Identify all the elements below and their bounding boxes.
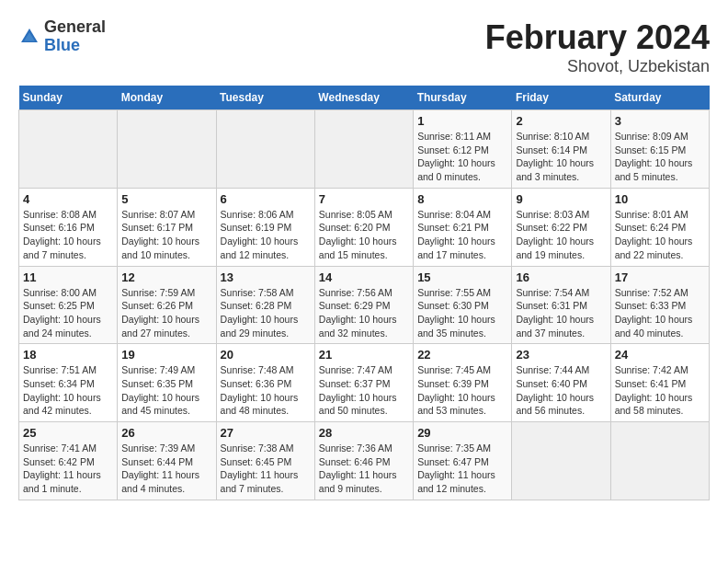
calendar-week-row: 11Sunrise: 8:00 AM Sunset: 6:25 PM Dayli…	[19, 266, 710, 344]
day-number: 1	[417, 114, 507, 128]
day-info: Sunrise: 7:48 AM Sunset: 6:36 PM Dayligh…	[221, 363, 311, 418]
calendar-cell: 20Sunrise: 7:48 AM Sunset: 6:36 PM Dayli…	[216, 344, 314, 422]
day-number: 20	[221, 348, 311, 362]
calendar-body: 1Sunrise: 8:11 AM Sunset: 6:12 PM Daylig…	[19, 110, 710, 500]
calendar-header: SundayMondayTuesdayWednesdayThursdayFrid…	[19, 86, 710, 110]
title-block: February 2024 Shovot, Uzbekistan	[485, 18, 710, 76]
calendar-week-row: 1Sunrise: 8:11 AM Sunset: 6:12 PM Daylig…	[19, 110, 710, 189]
logo-icon	[18, 26, 40, 48]
calendar-cell	[610, 422, 709, 500]
calendar-cell: 14Sunrise: 7:56 AM Sunset: 6:29 PM Dayli…	[314, 266, 413, 344]
day-info: Sunrise: 7:59 AM Sunset: 6:26 PM Dayligh…	[121, 286, 211, 340]
calendar-cell: 21Sunrise: 7:47 AM Sunset: 6:37 PM Dayli…	[314, 344, 413, 422]
calendar-cell: 27Sunrise: 7:38 AM Sunset: 6:45 PM Dayli…	[216, 422, 314, 500]
weekday-header-row: SundayMondayTuesdayWednesdayThursdayFrid…	[19, 86, 710, 110]
day-info: Sunrise: 8:01 AM Sunset: 6:24 PM Dayligh…	[615, 208, 705, 262]
day-number: 28	[319, 426, 409, 440]
calendar-cell: 16Sunrise: 7:54 AM Sunset: 6:31 PM Dayli…	[512, 266, 610, 344]
day-number: 5	[121, 192, 211, 206]
page-header: General Blue February 2024 Shovot, Uzbek…	[18, 18, 710, 76]
weekday-header: Monday	[118, 86, 216, 110]
day-number: 25	[23, 426, 113, 440]
logo-general: General	[44, 18, 106, 37]
day-info: Sunrise: 7:47 AM Sunset: 6:37 PM Dayligh…	[319, 363, 409, 418]
day-info: Sunrise: 7:36 AM Sunset: 6:46 PM Dayligh…	[319, 442, 409, 496]
calendar-cell: 5Sunrise: 8:07 AM Sunset: 6:17 PM Daylig…	[118, 188, 216, 266]
weekday-header: Wednesday	[314, 86, 413, 110]
day-number: 22	[417, 348, 507, 362]
calendar-cell: 10Sunrise: 8:01 AM Sunset: 6:24 PM Dayli…	[610, 188, 709, 266]
day-info: Sunrise: 7:58 AM Sunset: 6:28 PM Dayligh…	[221, 286, 311, 340]
weekday-header: Sunday	[19, 86, 118, 110]
day-number: 4	[23, 192, 113, 206]
calendar-cell	[512, 422, 610, 500]
calendar-cell: 1Sunrise: 8:11 AM Sunset: 6:12 PM Daylig…	[414, 110, 512, 189]
day-number: 2	[516, 114, 606, 128]
day-number: 10	[615, 192, 705, 206]
calendar-cell: 7Sunrise: 8:05 AM Sunset: 6:20 PM Daylig…	[314, 188, 413, 266]
day-info: Sunrise: 8:08 AM Sunset: 6:16 PM Dayligh…	[23, 208, 113, 262]
calendar-cell: 29Sunrise: 7:35 AM Sunset: 6:47 PM Dayli…	[414, 422, 512, 500]
calendar-cell	[314, 110, 413, 189]
day-number: 24	[615, 348, 705, 362]
calendar-cell: 4Sunrise: 8:08 AM Sunset: 6:16 PM Daylig…	[19, 188, 118, 266]
day-number: 14	[319, 270, 409, 284]
day-number: 21	[319, 348, 409, 362]
weekday-header: Saturday	[610, 86, 709, 110]
calendar-cell: 12Sunrise: 7:59 AM Sunset: 6:26 PM Dayli…	[118, 266, 216, 344]
day-info: Sunrise: 8:06 AM Sunset: 6:19 PM Dayligh…	[221, 208, 311, 262]
day-number: 11	[23, 270, 113, 284]
day-number: 17	[615, 270, 705, 284]
day-number: 16	[516, 270, 606, 284]
weekday-header: Thursday	[414, 86, 512, 110]
calendar-cell: 17Sunrise: 7:52 AM Sunset: 6:33 PM Dayli…	[610, 266, 709, 344]
day-info: Sunrise: 7:45 AM Sunset: 6:39 PM Dayligh…	[417, 363, 507, 418]
day-info: Sunrise: 7:52 AM Sunset: 6:33 PM Dayligh…	[615, 286, 705, 340]
day-number: 26	[121, 426, 211, 440]
calendar-cell: 28Sunrise: 7:36 AM Sunset: 6:46 PM Dayli…	[314, 422, 413, 500]
logo: General Blue	[18, 18, 106, 55]
day-info: Sunrise: 7:54 AM Sunset: 6:31 PM Dayligh…	[516, 286, 606, 340]
calendar-cell: 3Sunrise: 8:09 AM Sunset: 6:15 PM Daylig…	[610, 110, 709, 189]
logo-blue: Blue	[44, 37, 106, 55]
day-info: Sunrise: 7:35 AM Sunset: 6:47 PM Dayligh…	[417, 442, 507, 496]
calendar-cell: 25Sunrise: 7:41 AM Sunset: 6:42 PM Dayli…	[19, 422, 118, 500]
calendar-cell	[19, 110, 118, 189]
day-number: 18	[23, 348, 113, 362]
day-number: 27	[221, 426, 311, 440]
day-info: Sunrise: 7:56 AM Sunset: 6:29 PM Dayligh…	[319, 286, 409, 340]
calendar-cell: 22Sunrise: 7:45 AM Sunset: 6:39 PM Dayli…	[414, 344, 512, 422]
day-info: Sunrise: 7:55 AM Sunset: 6:30 PM Dayligh…	[417, 286, 507, 340]
day-number: 29	[417, 426, 507, 440]
page-subtitle: Shovot, Uzbekistan	[485, 57, 710, 76]
calendar-cell	[118, 110, 216, 189]
calendar-cell: 15Sunrise: 7:55 AM Sunset: 6:30 PM Dayli…	[414, 266, 512, 344]
day-info: Sunrise: 7:49 AM Sunset: 6:35 PM Dayligh…	[121, 363, 211, 418]
day-number: 8	[417, 192, 507, 206]
calendar-table: SundayMondayTuesdayWednesdayThursdayFrid…	[18, 86, 710, 500]
day-number: 15	[417, 270, 507, 284]
day-number: 12	[121, 270, 211, 284]
day-info: Sunrise: 7:51 AM Sunset: 6:34 PM Dayligh…	[23, 363, 113, 418]
calendar-cell: 13Sunrise: 7:58 AM Sunset: 6:28 PM Dayli…	[216, 266, 314, 344]
day-info: Sunrise: 8:04 AM Sunset: 6:21 PM Dayligh…	[417, 208, 507, 262]
logo-text: General Blue	[44, 18, 106, 55]
calendar-cell: 19Sunrise: 7:49 AM Sunset: 6:35 PM Dayli…	[118, 344, 216, 422]
day-info: Sunrise: 8:05 AM Sunset: 6:20 PM Dayligh…	[319, 208, 409, 262]
day-number: 6	[221, 192, 311, 206]
day-info: Sunrise: 8:11 AM Sunset: 6:12 PM Dayligh…	[417, 130, 507, 184]
calendar-cell: 2Sunrise: 8:10 AM Sunset: 6:14 PM Daylig…	[512, 110, 610, 189]
calendar-cell	[216, 110, 314, 189]
day-info: Sunrise: 7:44 AM Sunset: 6:40 PM Dayligh…	[516, 363, 606, 418]
calendar-cell: 11Sunrise: 8:00 AM Sunset: 6:25 PM Dayli…	[19, 266, 118, 344]
day-info: Sunrise: 8:10 AM Sunset: 6:14 PM Dayligh…	[516, 130, 606, 184]
day-number: 23	[516, 348, 606, 362]
day-info: Sunrise: 8:00 AM Sunset: 6:25 PM Dayligh…	[23, 286, 113, 340]
calendar-cell: 9Sunrise: 8:03 AM Sunset: 6:22 PM Daylig…	[512, 188, 610, 266]
day-number: 13	[221, 270, 311, 284]
day-info: Sunrise: 8:09 AM Sunset: 6:15 PM Dayligh…	[615, 130, 705, 184]
calendar-cell: 23Sunrise: 7:44 AM Sunset: 6:40 PM Dayli…	[512, 344, 610, 422]
day-info: Sunrise: 7:38 AM Sunset: 6:45 PM Dayligh…	[221, 442, 311, 496]
day-number: 7	[319, 192, 409, 206]
weekday-header: Friday	[512, 86, 610, 110]
